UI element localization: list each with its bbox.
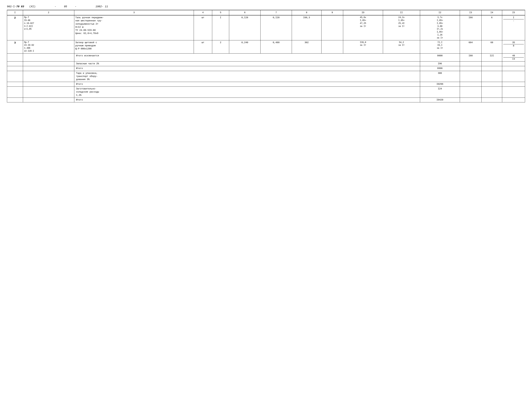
row-3-col6: 0,240 (229, 40, 260, 53)
th-2: 2 (23, 10, 74, 15)
table-row: 3 Пр-Т 24-I0-02 п.306 22-I20-I Затвор щи… (7, 40, 525, 53)
sr-1 (7, 53, 23, 61)
th-11: II (383, 10, 420, 15)
th-10: IO (343, 10, 383, 15)
row-3-col7: 0,480 (260, 40, 292, 53)
num-95: 95 (64, 5, 67, 8)
sr-label-itogo1: Итого (74, 66, 420, 71)
summary-row-itogo1: Итого 9996 (7, 66, 525, 71)
th-3: 3 (74, 10, 194, 15)
row-3-col2: Пр-Т 24-I0-02 п.306 22-I20-I (23, 40, 74, 53)
row-2-col4: шт (194, 15, 212, 40)
row-2-col13: I66 (460, 15, 481, 40)
row-3-col8: 302 (292, 40, 321, 53)
th-12: I2 (420, 10, 460, 15)
summary-row-zagot: Заготовительно- складские расходы I,2% I… (7, 87, 525, 98)
row-2-col11: 24,2хI,05=25,4Iза Iт (383, 15, 420, 40)
summary-row-zapch: Запасные части 2% I96 (7, 62, 525, 66)
row-2-col12: 3,7хI,05=I,05=3,88Iт,2хI,05=I,26за Iт (420, 15, 460, 40)
header-spacer: - 95 - (55, 5, 76, 8)
dash2: - (75, 5, 76, 8)
th-15: I5 (502, 10, 525, 15)
row-2-col2: Пр-Т I9-06 п.16-027 3-У-6II к=I,05 (23, 15, 74, 40)
row-2-col7: 0,I28 (260, 15, 292, 40)
xi-label: (XI) (29, 5, 36, 8)
sr-col12-tara: 300 (420, 71, 460, 82)
row-3-col9 (321, 40, 343, 53)
row-2-col9 (321, 15, 343, 40)
th-13: I3 (460, 10, 481, 15)
sr-label-itogo3: Итого (74, 98, 420, 102)
row-3-col15-bot: 8 (503, 44, 524, 47)
sr-col15-itogo-iskl: 48 I3 (502, 53, 525, 61)
row-3-col3: Затвор щитовой с ручным приводом Щ-Р-900… (74, 40, 194, 53)
sr-label-itogo2: Итого (74, 82, 420, 87)
sr-col12-itogo-iskl: 9800 (420, 53, 460, 61)
main-table: I 2 3 4 5 6 7 8 9 IO II I2 I3 I4 I5 2 Пр… (7, 10, 525, 102)
row-2-col10: 45,0хI,05=47,25за Iт (343, 15, 383, 40)
sr-label-zagot: Заготовительно- складские расходы I,2% (74, 87, 420, 98)
summary-row-itogo-iskl: Итого исключается 9800 I88 I2I 48 I3 (7, 53, 525, 61)
sr-col13-itogo-iskl: I88 (460, 53, 481, 61)
summary-row-tara: Тара и упаковка, транспорт обору- довани… (7, 71, 525, 82)
sr-col12-itogo3: I0420 (420, 98, 460, 102)
row-2-col15-dash: - (503, 19, 524, 23)
sr-col12-itogo1: 9996 (420, 66, 460, 71)
dash1: - (55, 5, 56, 8)
row-3-col10: I39,0за Iт (343, 40, 383, 53)
sr-2 (23, 53, 74, 61)
row-num-3: 3 (7, 40, 23, 53)
row-3-col4: шт (194, 40, 212, 53)
summary-row-itogo3: Итого I0420 (7, 98, 525, 102)
row-2-col8: I66,3 (292, 15, 321, 40)
row-2-col6: 0,I28 (229, 15, 260, 40)
year-label: 1982- 11 (95, 5, 108, 8)
sr-label-zapch: Запасные части 2% (74, 62, 420, 66)
sr-label-itogo-iskl: Итого исключается (74, 53, 420, 61)
row-3-col5: 2 (212, 40, 229, 53)
sr-label-tara: Тара и упаковка, транспорт обору- довани… (74, 71, 420, 82)
row-3-col15-top: 35 (503, 41, 524, 44)
row-3-col14: 68 (481, 40, 502, 53)
column-headers-row: I 2 3 4 5 6 7 8 9 IO II I2 I3 I4 I5 (7, 10, 525, 15)
row-3-col15: 35 8 (502, 40, 525, 53)
row-3-col11: 54,2за Iт (383, 40, 420, 53)
th-5: 5 (212, 10, 229, 15)
th-14: I4 (481, 10, 502, 15)
summary-row-itogo2: Итого I0296 (7, 82, 525, 87)
row-num-2: 2 (7, 15, 23, 40)
sr-col12-zapch: I96 (420, 62, 460, 66)
th-8: 8 (292, 10, 321, 15)
row-2-col5: I (212, 15, 229, 40)
th-7: 7 (260, 10, 292, 15)
row-2-col15-val: I (503, 16, 524, 19)
row-3-col13: 604 (460, 40, 481, 53)
sr-col12-zagot: I24 (420, 87, 460, 98)
row-3-col12: 72,II6,Iза Iт (420, 40, 460, 53)
sr-col14-itogo-iskl: I2I (481, 53, 502, 61)
th-4: 4 (194, 10, 212, 15)
row-2-col15: I - (502, 15, 525, 40)
th-6: 6 (229, 10, 260, 15)
page-header: 902-I-70 83 (XI) - 95 - 1982- 11 (7, 5, 525, 8)
th-9: 9 (321, 10, 343, 15)
th-1: I (7, 10, 23, 15)
row-2-col14: 6 (481, 15, 502, 40)
doc-number: 902-I-70 83 (7, 5, 24, 8)
table-row: 2 Пр-Т I9-06 п.16-027 3-У-6II к=I,05 Тал… (7, 15, 525, 40)
sr-col12-itogo2: I0296 (420, 82, 460, 87)
row-2-col3: Таль ручная передвиж- ная шестеренная гр… (74, 15, 194, 40)
